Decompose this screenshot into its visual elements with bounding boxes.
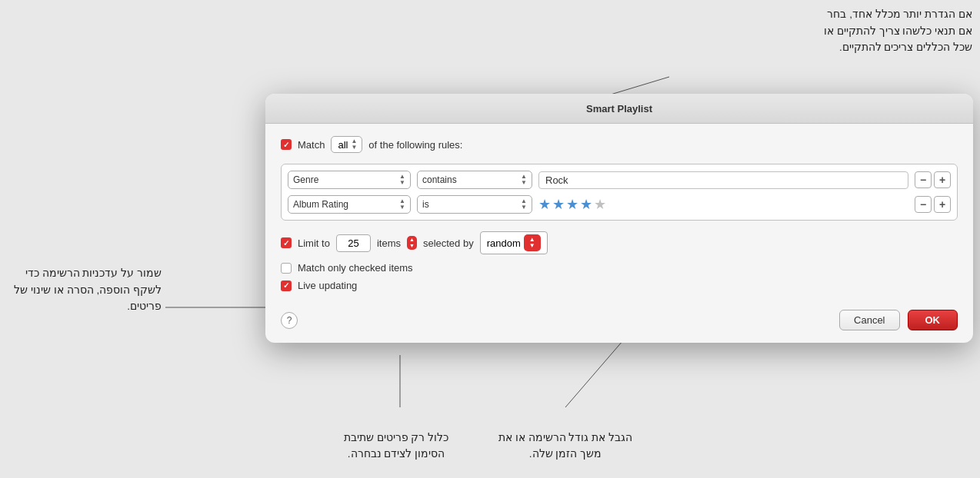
limit-value-input[interactable]	[336, 234, 371, 252]
rule1-operator-select[interactable]: contains ▲ ▼	[417, 171, 532, 189]
annotation-bottom-left: כלול רק פריטים שתיבת הסימון לצידם נבחרה.	[331, 430, 462, 463]
dialog-titlebar: Smart Playlist	[265, 94, 973, 124]
match-stepper-arrows: ▲ ▼	[351, 138, 357, 151]
rule1-value-input[interactable]	[538, 171, 908, 189]
star-1[interactable]: ★	[538, 196, 551, 213]
rule1-plus-button[interactable]: +	[934, 171, 951, 188]
help-button[interactable]: ?	[281, 312, 298, 329]
rule-row-1: Genre ▲ ▼ contains ▲ ▼ − +	[288, 171, 951, 189]
limit-label: Limit to	[298, 237, 330, 249]
dialog-title: Smart Playlist	[586, 103, 652, 115]
selected-by-select[interactable]: random ▲ ▼	[480, 231, 548, 254]
star-2[interactable]: ★	[552, 196, 565, 213]
annotation-left: שמור על עדכניות הרשימה כדי לשקף הוספה, ה…	[8, 265, 162, 315]
rule2-operator-select[interactable]: is ▲ ▼	[417, 195, 532, 214]
selected-by-stepper-arrows: ▲ ▼	[529, 237, 535, 249]
annotation-bottom-right: הגבל את גודל הרשימה או את משך הזמן שלה.	[492, 430, 638, 463]
match-checkbox[interactable]	[281, 139, 292, 150]
dialog-body: Match all ▲ ▼ of the following rules: Ge…	[265, 124, 973, 343]
rule2-buttons: − +	[915, 196, 951, 213]
ok-button[interactable]: OK	[908, 310, 958, 330]
rules-area: Genre ▲ ▼ contains ▲ ▼ − +	[281, 164, 958, 221]
rule1-buttons: − +	[915, 171, 951, 188]
live-updating-row: Live updating	[281, 280, 958, 291]
live-updating-checkbox[interactable]	[281, 280, 292, 291]
rule2-field-arrows: ▲ ▼	[399, 198, 405, 211]
match-suffix: of the following rules:	[368, 139, 462, 151]
items-stepper[interactable]: ▲ ▼	[407, 236, 417, 249]
items-label: items	[377, 237, 401, 249]
match-label: Match	[298, 139, 325, 151]
rule-row-2: Album Rating ▲ ▼ is ▲ ▼ ★ ★ ★	[288, 195, 951, 214]
rule1-field-arrows: ▲ ▼	[399, 174, 405, 186]
limit-row: Limit to items ▲ ▼ selected by random ▲ …	[281, 231, 958, 254]
annotation-top-right: אם הגדרת יותר מכלל אחד, בחר אם תנאי כלשה…	[818, 6, 972, 56]
smart-playlist-dialog: Smart Playlist Match all ▲ ▼ of the foll…	[265, 94, 973, 343]
star-4[interactable]: ★	[580, 196, 592, 213]
match-row: Match all ▲ ▼ of the following rules:	[281, 136, 958, 153]
cancel-button[interactable]: Cancel	[839, 310, 899, 330]
rule1-field-select[interactable]: Genre ▲ ▼	[288, 171, 411, 189]
options-row: Match only checked items Live updating	[281, 262, 958, 291]
selected-by-stepper[interactable]: ▲ ▼	[524, 234, 541, 251]
star-rating[interactable]: ★ ★ ★ ★ ★	[538, 196, 908, 213]
match-only-row: Match only checked items	[281, 262, 958, 274]
selected-by-label: selected by	[423, 237, 474, 249]
rule2-minus-button[interactable]: −	[915, 196, 932, 213]
match-value-select[interactable]: all ▲ ▼	[331, 136, 362, 153]
limit-checkbox[interactable]	[281, 237, 292, 248]
rule2-plus-button[interactable]: +	[934, 196, 951, 213]
star-5[interactable]: ★	[594, 196, 606, 213]
rule1-minus-button[interactable]: −	[915, 171, 932, 188]
rule1-op-arrows: ▲ ▼	[521, 174, 527, 186]
match-only-label: Match only checked items	[298, 262, 413, 274]
star-3[interactable]: ★	[566, 196, 578, 213]
match-only-checkbox[interactable]	[281, 263, 292, 274]
rule2-op-arrows: ▲ ▼	[521, 198, 527, 211]
live-updating-label: Live updating	[298, 280, 357, 291]
items-stepper-arrows: ▲ ▼	[409, 237, 415, 248]
bottom-row: ? Cancel OK	[281, 304, 958, 330]
rule2-field-select[interactable]: Album Rating ▲ ▼	[288, 195, 411, 214]
